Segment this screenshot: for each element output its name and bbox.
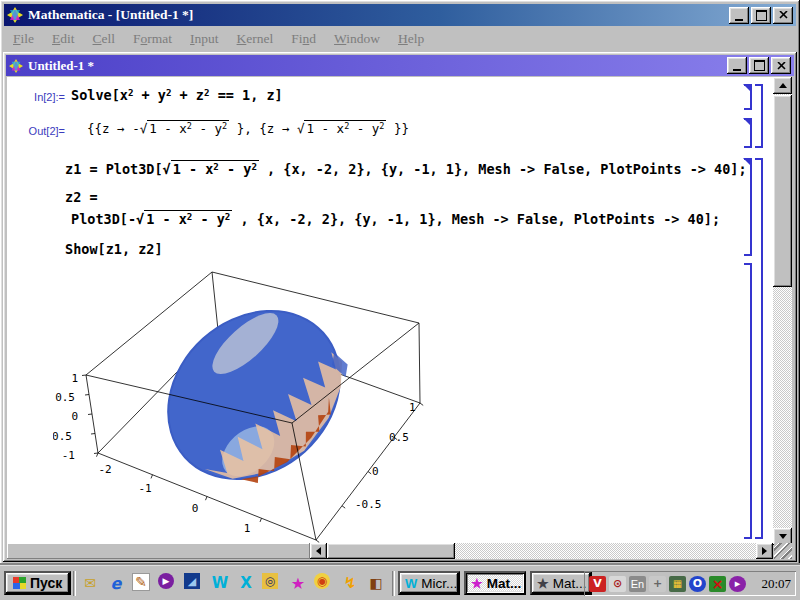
scroll-up-button[interactable] <box>773 77 792 94</box>
x-tick-m2: -2 <box>98 463 111 476</box>
cell-bracket-plot[interactable] <box>743 263 752 539</box>
maximize-button[interactable] <box>751 7 771 24</box>
task-button-mathematica-2[interactable]: ★ Mat... <box>530 571 592 595</box>
arrow-down-icon <box>779 534 787 539</box>
tray-antivirus-shield-icon[interactable]: V <box>589 576 606 592</box>
quick-launch-find-folder[interactable]: ◎ <box>262 573 278 589</box>
tray-blue-app-icon[interactable]: O <box>689 576 706 592</box>
input-cell-z2-plot[interactable]: Plot3D[-√1 - x2 - y2 , {x, -2, 2}, {y, -… <box>71 211 720 227</box>
horizontal-scrollbar[interactable] <box>7 543 773 559</box>
out-label: Out[2]= <box>17 125 65 137</box>
z-tick-m05: -0.5 <box>53 430 72 443</box>
task-button-label: Mat... <box>553 576 587 591</box>
notebook-title-bar[interactable]: Untitled-1 * <box>6 55 794 76</box>
input-cell-solve[interactable]: Solve[x2 + y2 + z2 == 1, z] <box>71 87 283 103</box>
start-button[interactable]: Пуск <box>4 571 71 595</box>
quick-launch-lightning[interactable]: ↯ <box>340 573 360 593</box>
evaluated-flag-icon <box>743 118 750 125</box>
close-icon <box>779 11 788 19</box>
resize-grip[interactable] <box>774 543 792 559</box>
language-indicator[interactable]: En <box>629 576 646 592</box>
menu-bar: File Edit Cell Format Input Kernel Find … <box>4 28 796 49</box>
y-tick-05: 0.5 <box>389 431 409 444</box>
mathematica-window: Mathematica - [Untitled-1 *] File Edit C… <box>0 0 800 565</box>
task-button-mathematica-active[interactable]: ★ Mat... <box>464 571 526 595</box>
taskbar-clock[interactable]: 20:07 <box>761 576 791 592</box>
close-button[interactable] <box>773 7 793 24</box>
tray-monitor-icon[interactable]: ▦ <box>669 576 686 592</box>
y-tick-m05: -0.5 <box>355 498 382 511</box>
tray-scheduler-icon[interactable]: ⊙ <box>609 576 626 592</box>
task-button-label: Mat... <box>487 576 522 591</box>
cell-bracket-code[interactable] <box>743 158 752 256</box>
z-tick-1: 1 <box>71 372 78 385</box>
menu-kernel[interactable]: Kernel <box>228 31 283 47</box>
word-icon: W <box>405 576 417 591</box>
tray-chat-icon[interactable]: ▸ <box>729 576 746 592</box>
cell-group-bracket-2[interactable] <box>754 158 763 539</box>
evaluated-flag-icon <box>743 84 750 91</box>
input-cell-z2[interactable]: z2 = <box>65 189 98 205</box>
plot3d-sphere: 1 0.5 0 -0.5 -1 -2 -1 0 1 -1 -0.5 0 0.5 … <box>53 258 483 545</box>
menu-find[interactable]: Find <box>282 31 325 47</box>
tray-volume-icon[interactable]: + <box>649 576 666 592</box>
output-cell-solve: {{z → -√1 - x2 - y2 }, {z → √1 - x2 - y2… <box>87 121 409 136</box>
quick-launch-outlook-express[interactable]: ✉ <box>80 573 100 593</box>
doc-close-button[interactable] <box>771 57 791 74</box>
scroll-left-button[interactable] <box>310 543 327 559</box>
desktop: Mathematica - [Untitled-1 *] File Edit C… <box>0 0 800 600</box>
task-button-label: Micr... <box>421 576 457 591</box>
input-cell-z1[interactable]: z1 = Plot3D[√1 - x2 - y2 , {x, -2, 2}, {… <box>65 161 747 177</box>
z-tick-m1: -1 <box>62 449 75 462</box>
menu-help[interactable]: Help <box>389 31 433 47</box>
menu-format[interactable]: Format <box>124 31 181 47</box>
menu-window[interactable]: Window <box>325 31 389 47</box>
notebook-window: Untitled-1 * In[2]:= Solve[x2 + y2 + z2 … <box>3 52 797 562</box>
x-tick-m1: -1 <box>138 482 151 495</box>
mathematica-icon: ★ <box>537 576 549 591</box>
in-label: In[2]:= <box>19 91 65 103</box>
horizontal-scroll-track[interactable] <box>455 543 756 559</box>
maximize-icon <box>756 10 767 21</box>
horizontal-scroll-thumb[interactable] <box>327 543 455 559</box>
task-button-word[interactable]: W Micr... <box>398 571 460 595</box>
tray-network-off-icon[interactable]: × <box>709 576 726 592</box>
notebook-icon <box>9 59 23 73</box>
taskbar: Пуск ✉ e ✎ ▶ ◢ W X ◎ ★ ◉ ↯ ◧ W Micr... ★… <box>0 565 800 600</box>
vertical-scroll-thumb[interactable] <box>773 95 792 287</box>
start-label: Пуск <box>30 575 62 591</box>
quick-launch-notes[interactable]: ✎ <box>132 573 150 591</box>
quick-launch-word[interactable]: W <box>210 573 230 593</box>
x-tick-1: 1 <box>244 522 251 535</box>
title-bar[interactable]: Mathematica - [Untitled-1 *] <box>4 4 796 26</box>
doc-minimize-button[interactable] <box>727 57 747 74</box>
mathematica-icon <box>7 7 23 23</box>
doc-maximize-button[interactable] <box>749 57 769 74</box>
menu-file[interactable]: File <box>4 31 43 47</box>
cell-bracket-in2[interactable] <box>743 84 752 110</box>
quick-launch-display[interactable]: ◢ <box>184 573 200 589</box>
x-tick-0: 0 <box>192 502 199 515</box>
scroll-right-button[interactable] <box>756 543 773 559</box>
menu-input[interactable]: Input <box>181 31 228 47</box>
taskbar-divider <box>73 571 76 596</box>
cell-bracket-out2[interactable] <box>743 118 752 148</box>
input-cell-show[interactable]: Show[z1, z2] <box>65 241 163 257</box>
cell-group-bracket-1[interactable] <box>754 84 763 148</box>
menu-edit[interactable]: Edit <box>43 31 84 47</box>
quick-launch-internet-explorer[interactable]: e <box>106 573 126 593</box>
minimize-icon <box>733 69 741 71</box>
windows-flag-icon <box>13 577 26 589</box>
y-tick-0: 0 <box>372 465 379 478</box>
arrow-right-icon <box>762 547 767 555</box>
arrow-left-icon <box>316 547 321 555</box>
quick-launch-mathematica[interactable]: ★ <box>288 573 308 593</box>
vertical-scrollbar[interactable] <box>773 77 792 545</box>
menu-cell[interactable]: Cell <box>84 31 125 47</box>
minimize-button[interactable] <box>729 7 749 24</box>
y-tick-1: 1 <box>409 401 416 414</box>
quick-launch-media-chat[interactable]: ▶ <box>158 573 174 589</box>
quick-launch-book-search[interactable]: ◧ <box>366 573 386 593</box>
quick-launch-excel[interactable]: X <box>236 573 256 593</box>
quick-launch-color-swirl[interactable]: ◉ <box>314 573 330 589</box>
